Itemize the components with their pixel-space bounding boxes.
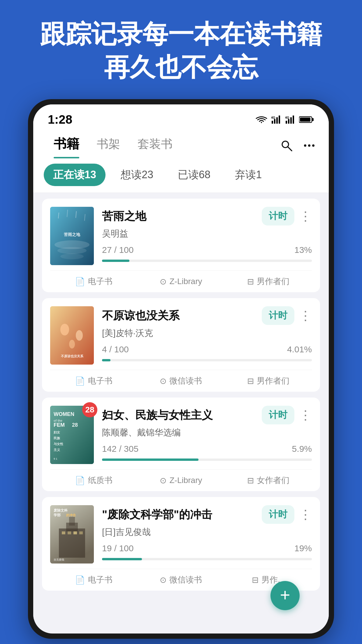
book-info-2: 不原谅也没关系 计时 ⋮ [美]皮特·沃克 4 / 100 4.01% [102, 306, 312, 361]
more-book-button-2[interactable]: ⋮ [299, 309, 312, 322]
svg-point-28 [60, 324, 69, 335]
footer-source-2: ⊙ 微信读书 [137, 375, 224, 386]
source-icon-4: ⊙ [160, 575, 166, 585]
phone-mockup: 1:28 4G [28, 99, 334, 639]
svg-text:废除文科: 废除文科 [53, 508, 68, 512]
progress-bar-fill-1 [102, 260, 129, 262]
footer-format-4: 📄 电子书 [50, 574, 137, 585]
book-cover-wrap-4: 废除文科 学部 的冲击 吉见俊哉 [50, 505, 94, 564]
svg-rect-12 [300, 118, 310, 122]
more-button[interactable] [301, 138, 317, 153]
svg-text:的冲击: 的冲击 [66, 513, 76, 517]
svg-rect-3 [279, 116, 280, 124]
battery-icon [299, 116, 314, 124]
footer-format-1: 📄 电子书 [50, 276, 137, 287]
phone-screen: 1:28 4G [33, 104, 329, 634]
source-icon-3: ⊙ [160, 476, 166, 485]
add-book-fab[interactable]: + [270, 581, 300, 610]
source-icon-1: ⊙ [160, 277, 166, 286]
progress-bar-wrap-1 [102, 260, 312, 262]
filter-reading[interactable]: 正在读13 [44, 164, 106, 186]
book-author-4: [日]吉见俊哉 [102, 526, 312, 538]
nav-tabs: 书籍 书架 套装书 [45, 132, 317, 158]
wifi-icon [255, 115, 268, 124]
svg-rect-0 [272, 121, 273, 124]
svg-text:WOMEN: WOMEN [54, 411, 74, 417]
svg-text:妇女: 妇女 [53, 430, 60, 434]
book-card-footer-2: 📄 电子书 ⊙ 微信读书 ⊟ 男作者们 [50, 370, 312, 392]
book-card-footer-1: 📄 电子书 ⊙ Z-Library ⊟ 男作者们 [50, 270, 312, 292]
filter-want-to-read[interactable]: 想读23 [111, 164, 163, 186]
svg-rect-1 [274, 119, 275, 124]
book-cover-4: 废除文科 学部 的冲击 吉见俊哉 [50, 505, 94, 564]
book-progress-row-2: 4 / 100 4.01% [102, 344, 312, 354]
timer-button-1[interactable]: 计时 [262, 207, 294, 225]
book-info-4: "废除文科学部"的冲击 计时 ⋮ [日]吉见俊哉 19 / 100 19% [102, 505, 312, 560]
svg-rect-49 [79, 531, 83, 534]
book-title-2: 不原谅也没关系 [102, 308, 180, 323]
svg-rect-7 [290, 117, 292, 124]
progress-bar-fill-3 [102, 459, 198, 461]
svg-point-15 [304, 144, 306, 147]
footer-source-1: ⊙ Z-Library [137, 276, 224, 287]
timer-button-4[interactable]: 计时 [262, 505, 294, 524]
book-icon-1: 📄 [75, 277, 85, 286]
book-cover-wrap-3: WOMEN of the FEM 28 妇女 民族 与女性 主义 9 1 [50, 406, 94, 464]
tab-bookshelf[interactable]: 书架 [88, 133, 129, 158]
footer-author-type-1: ⊟ 男作者们 [225, 276, 312, 287]
book-author-3: 陈顺馨、戴锦华选编 [102, 427, 312, 439]
svg-text:主义: 主义 [54, 448, 60, 452]
tab-books[interactable]: 书籍 [45, 132, 88, 158]
book-card-main-1: 苦雨之地 苦雨之地 计时 ⋮ 吴明益 [50, 207, 312, 265]
svg-text:4G: 4G [271, 116, 275, 119]
book-cover-wrap-2: 不原谅也没关系 [50, 306, 94, 365]
svg-rect-11 [312, 118, 314, 121]
book-title-1: 苦雨之地 [102, 209, 146, 224]
filter-read[interactable]: 已读68 [168, 164, 220, 186]
book-progress-text-1: 27 / 100 [102, 245, 133, 255]
progress-bar-wrap-2 [102, 359, 312, 361]
book-title-row-4: "废除文科学部"的冲击 计时 ⋮ [102, 505, 312, 524]
author-type-icon-2: ⊟ [247, 376, 254, 386]
svg-text:苦雨之地: 苦雨之地 [64, 232, 80, 237]
svg-text:不原谅也没关系: 不原谅也没关系 [61, 354, 84, 358]
svg-point-21 [60, 253, 84, 259]
book-card-2: 不原谅也没关系 不原谅也没关系 计时 ⋮ [美]皮特·沃克 [42, 298, 320, 392]
more-book-button-3[interactable]: ⋮ [299, 409, 312, 421]
book-cover-wrap-1: 苦雨之地 [50, 207, 94, 265]
more-book-button-4[interactable]: ⋮ [299, 508, 312, 521]
source-icon-2: ⊙ [160, 376, 166, 386]
svg-point-29 [76, 330, 83, 341]
timer-button-3[interactable]: 计时 [262, 406, 294, 424]
book-title-row-2: 不原谅也没关系 计时 ⋮ [102, 306, 312, 325]
book-progress-row-3: 142 / 305 5.9% [102, 444, 312, 454]
filter-abandoned[interactable]: 弃读1 [226, 164, 271, 186]
more-book-button-1[interactable]: ⋮ [299, 210, 312, 223]
footer-author-type-2: ⊟ 男作者们 [225, 375, 312, 386]
svg-rect-48 [73, 531, 77, 534]
book-card-1: 苦雨之地 苦雨之地 计时 ⋮ 吴明益 [42, 199, 320, 292]
tab-sets[interactable]: 套装书 [129, 133, 181, 158]
svg-point-30 [69, 340, 75, 349]
author-type-icon-4: ⊟ [252, 575, 259, 585]
svg-text:FEM: FEM [54, 422, 65, 428]
book-info-1: 苦雨之地 计时 ⋮ 吴明益 27 / 100 13% [102, 207, 312, 262]
author-type-icon-1: ⊟ [247, 277, 254, 286]
timer-button-2[interactable]: 计时 [262, 306, 294, 325]
filter-bar: 正在读13 想读23 已读68 弃读1 [33, 158, 329, 193]
book-badge-3: 28 [82, 402, 97, 417]
nav-actions [279, 138, 317, 153]
book-actions-2: 计时 ⋮ [262, 306, 312, 325]
search-button[interactable] [279, 138, 294, 153]
progress-bar-fill-2 [102, 359, 110, 361]
book-title-4: "废除文科学部"的冲击 [102, 507, 212, 522]
book-cover-1: 苦雨之地 [50, 207, 94, 265]
status-time: 1:28 [48, 113, 72, 127]
svg-text:学部: 学部 [54, 513, 61, 517]
book-progress-text-2: 4 / 100 [102, 344, 129, 354]
progress-bar-wrap-4 [102, 558, 312, 560]
svg-point-17 [312, 144, 314, 147]
progress-bar-fill-4 [102, 558, 142, 560]
search-icon [280, 139, 293, 152]
svg-text:9  1: 9 1 [54, 457, 57, 460]
